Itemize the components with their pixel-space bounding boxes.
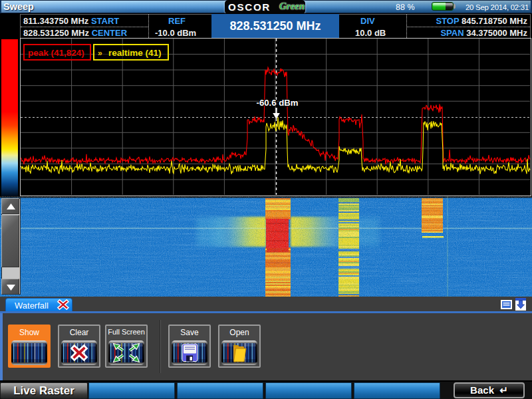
- svg-text:peak (41,824): peak (41,824): [28, 48, 84, 58]
- svg-text:-60.6 dBm: -60.6 dBm: [256, 98, 298, 108]
- svg-text:»: »: [98, 49, 102, 58]
- svg-text:realtime (41): realtime (41): [108, 48, 162, 58]
